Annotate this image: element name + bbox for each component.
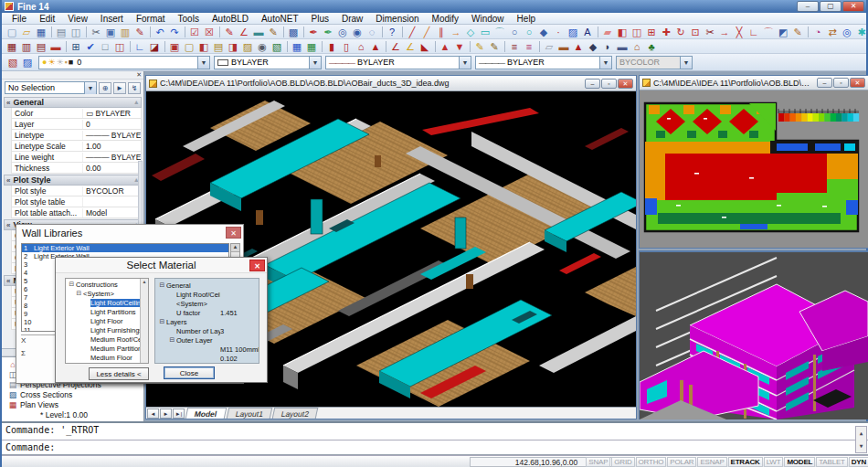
selection-combo[interactable]: No Selection ▼ [5, 81, 97, 94]
extend-icon[interactable]: → [717, 26, 732, 38]
pen-dark-icon[interactable]: ✎ [487, 40, 502, 53]
scroll-up-icon[interactable]: ▲ [143, 279, 147, 284]
eraser-tool-icon[interactable]: ▱ [542, 40, 556, 53]
chevron-down-icon[interactable]: ▼ [197, 57, 209, 69]
rotate-icon[interactable]: ↻ [673, 26, 688, 38]
menu-item[interactable]: Draw [335, 14, 369, 24]
mat-node-light-floor[interactable]: Light Floor [66, 316, 148, 325]
tab-scroll-end[interactable]: ►| [173, 409, 185, 419]
doc-close-button[interactable]: ✕ [618, 79, 633, 89]
print-preview-icon[interactable]: ◫ [69, 26, 83, 38]
zoom-realtime-icon[interactable]: ◎ [335, 26, 350, 38]
angle-icon[interactable]: ∠ [237, 26, 251, 38]
minimize-button[interactable]: – [797, 1, 819, 12]
sketch-icon[interactable]: ✎ [222, 26, 237, 38]
chevron-down-icon[interactable]: ▼ [84, 82, 96, 94]
desk-icon[interactable]: ▬ [615, 40, 630, 53]
photo-icon[interactable]: ▧ [270, 40, 284, 53]
image-blue-icon[interactable]: ▦ [290, 40, 304, 53]
thermal-title-bar[interactable]: C:\4M\IDEA\IDEA 11\Portfolio\AOB.BLD\AOB… [640, 76, 868, 90]
multiline-icon[interactable]: ∥ [434, 26, 449, 38]
brush-icon[interactable]: ✎ [790, 26, 805, 38]
thermal-heatmap-canvas[interactable] [640, 90, 868, 248]
line-icon[interactable]: ╱ [405, 26, 419, 38]
scroll-down-icon[interactable]: ▼ [860, 442, 863, 449]
tree-expand-icon[interactable]: ⊟ [75, 290, 83, 297]
match-properties-icon[interactable]: ✎ [132, 26, 147, 38]
window-tool-icon[interactable]: ◫ [112, 40, 127, 53]
raster-image-icon[interactable]: ▩ [286, 26, 301, 38]
check-standards-icon[interactable]: ☒ [202, 26, 217, 38]
doc-close-button[interactable]: ✕ [850, 78, 865, 88]
menu-item[interactable]: Modify [426, 14, 465, 24]
opening-tool-icon[interactable]: ▬ [48, 40, 63, 53]
help-icon[interactable]: ? [385, 26, 399, 38]
quick-select-button[interactable]: ⊕ [99, 82, 111, 94]
mat-node-light-roof[interactable]: Light Roof/Ceiling [66, 298, 148, 307]
slope-edit-icon[interactable]: ∠ [403, 40, 418, 53]
pencil-icon[interactable]: ✎ [266, 26, 281, 38]
zoom-window-icon[interactable]: ◉ [350, 26, 365, 38]
polygon-icon[interactable]: ◇ [463, 26, 478, 38]
grid-tool-icon[interactable]: ⊞ [69, 40, 83, 53]
layers-stack-icon[interactable]: ▤ [211, 40, 226, 53]
scroll-up-icon[interactable]: ▲ [231, 244, 239, 252]
circle-icon[interactable]: ○ [507, 26, 522, 38]
bar-icon[interactable]: ▬ [251, 26, 266, 38]
menu-item[interactable]: Format [130, 14, 172, 24]
toggle-dyn[interactable]: DYN [849, 457, 868, 467]
mat-node-medium-roof[interactable]: Medium Roof/Ceiling [66, 334, 148, 344]
stair-tool-icon[interactable]: ∟ [132, 40, 147, 53]
rectangle-icon[interactable]: ▭ [478, 26, 492, 38]
copy-level-icon[interactable]: ▢ [182, 40, 196, 53]
pen-red-icon[interactable]: ✒ [306, 26, 321, 38]
wall-double-icon[interactable]: ▥ [19, 40, 34, 53]
detail-expand-icon[interactable]: ⊟ [158, 318, 166, 325]
trim-icon[interactable]: ✂ [703, 26, 717, 38]
construction-line-icon[interactable]: ╱ [419, 26, 434, 38]
close-button[interactable]: ✕ [842, 1, 864, 12]
menu-item[interactable]: Plus [305, 14, 335, 24]
detail-expand-icon[interactable]: ⊟ [168, 336, 176, 344]
layer-combo[interactable]: ●☀☀▪■ 0 ▼ [38, 56, 210, 69]
column-edit-icon[interactable]: ▯ [339, 40, 354, 53]
raise-level-icon[interactable]: ▲ [368, 40, 383, 53]
block-icon[interactable]: ◆ [536, 26, 551, 38]
pick-object-button[interactable]: ► [113, 82, 126, 94]
spline-check-icon[interactable]: ✔ [83, 40, 98, 53]
command-input-line[interactable]: Commande: [2, 440, 868, 455]
slope-tool-icon[interactable]: ∠ [388, 40, 403, 53]
text-icon[interactable]: A [580, 26, 595, 38]
redo-icon[interactable]: ↷ [167, 26, 182, 38]
layer-manager-icon[interactable]: ▧ [5, 56, 20, 69]
building-3d-canvas[interactable] [640, 252, 868, 419]
save-icon[interactable]: ▦ [34, 26, 48, 38]
level-up-icon[interactable]: ▲ [438, 40, 452, 53]
camera-icon[interactable]: ◉ [255, 40, 270, 53]
toggle-etrack[interactable]: ETRACK [728, 457, 763, 467]
section-tool-icon[interactable]: ◣ [418, 40, 432, 53]
close-icon[interactable]: ✕ [249, 260, 265, 271]
layer-isolate-icon[interactable]: ◎ [840, 26, 854, 38]
roof-tool-icon[interactable]: ⌂ [354, 40, 368, 53]
open-file-icon[interactable]: ▱ [19, 26, 34, 38]
menu-item[interactable]: File [5, 14, 33, 24]
array-icon[interactable]: ⊞ [644, 26, 659, 38]
view-3d-icon[interactable]: ◧ [196, 40, 211, 53]
toggle-lwt[interactable]: LWT [764, 457, 784, 467]
zoom-previous-icon[interactable]: ◌ [365, 26, 379, 38]
new-file-icon[interactable]: ▢ [5, 26, 19, 38]
define-room-icon[interactable]: ▣ [167, 40, 182, 53]
maximize-button[interactable]: ▢ [820, 1, 842, 12]
command-scrollbar[interactable]: ▲ ▼ [855, 426, 867, 453]
menu-item[interactable]: Window [465, 14, 511, 24]
furniture-chair-icon[interactable]: ◗ [600, 40, 615, 53]
close-icon[interactable]: ✕ [226, 227, 241, 239]
tab-model[interactable]: Model [185, 408, 227, 419]
less-details-button[interactable]: Less details < [89, 367, 149, 380]
layer-states-icon[interactable]: ▨ [20, 56, 35, 69]
cut-icon[interactable]: ✂ [89, 26, 103, 38]
mat-node-light-furnishings[interactable]: Light Furnishings [66, 325, 148, 334]
arrow-icon[interactable]: → [449, 26, 463, 38]
toggle-polar[interactable]: POLAR [667, 457, 696, 467]
